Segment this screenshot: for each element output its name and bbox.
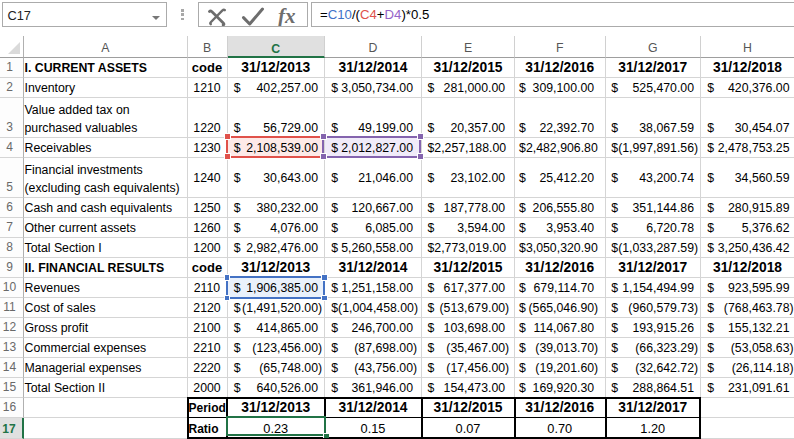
svg-text:fx: fx	[278, 4, 296, 27]
